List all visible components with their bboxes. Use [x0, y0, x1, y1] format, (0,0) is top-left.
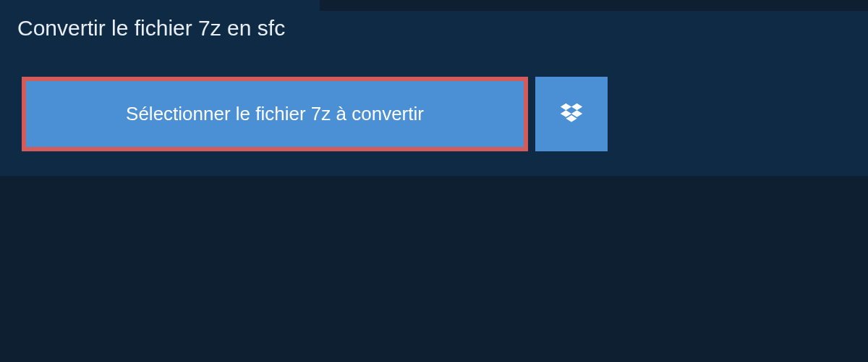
- select-file-label: Sélectionner le fichier 7z à convertir: [126, 103, 424, 125]
- button-row: Sélectionner le fichier 7z à convertir: [0, 56, 868, 176]
- page-title: Convertir le fichier 7z en sfc: [0, 0, 320, 56]
- converter-panel: Convertir le fichier 7z en sfc Sélection…: [0, 11, 868, 176]
- dropbox-icon: [558, 101, 585, 128]
- dropbox-button[interactable]: [535, 77, 608, 151]
- select-file-button[interactable]: Sélectionner le fichier 7z à convertir: [22, 77, 528, 151]
- title-text: Convertir le fichier 7z en sfc: [17, 16, 285, 40]
